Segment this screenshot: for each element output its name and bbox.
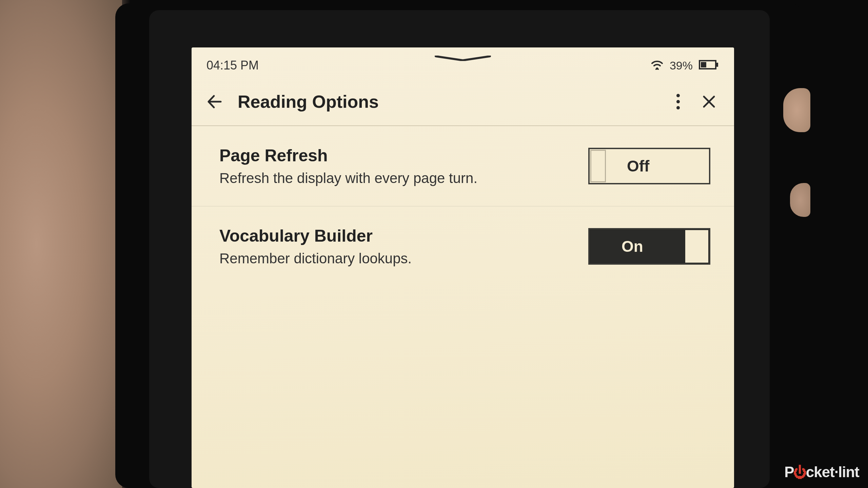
hand-left	[0, 0, 122, 488]
toggle-label: On	[622, 237, 643, 256]
status-bar: 04:15 PM 39%	[192, 47, 734, 79]
page-title: Reading Options	[238, 92, 660, 112]
toggle-label: Off	[627, 157, 649, 175]
svg-point-6	[676, 106, 680, 109]
finger-right-2	[790, 183, 810, 217]
close-button[interactable]	[702, 95, 716, 108]
svg-rect-3	[701, 62, 706, 67]
setting-vocabulary-builder: Vocabulary Builder Remember dictionary l…	[192, 206, 734, 286]
watermark-accent-icon: ⏻	[793, 465, 807, 480]
setting-title: Vocabulary Builder	[219, 226, 575, 246]
status-right: 39%	[651, 59, 719, 72]
overflow-menu-button[interactable]	[676, 94, 680, 110]
setting-text: Page Refresh Refresh the display with ev…	[219, 146, 575, 186]
setting-description: Refresh the display with every page turn…	[219, 170, 575, 186]
header-actions	[676, 94, 716, 110]
wifi-icon	[651, 60, 664, 71]
settings-list: Page Refresh Refresh the display with ev…	[192, 126, 734, 286]
page-header: Reading Options	[192, 79, 734, 126]
battery-icon	[699, 59, 719, 72]
toggle-knob	[685, 230, 708, 263]
page-refresh-toggle[interactable]: Off	[588, 148, 710, 184]
swipe-down-handle[interactable]	[434, 56, 492, 61]
watermark: P⏻cket·lint	[784, 464, 859, 481]
setting-title: Page Refresh	[219, 146, 575, 165]
device-screen: 04:15 PM 39%	[192, 47, 734, 488]
status-time: 04:15 PM	[206, 58, 259, 73]
back-button[interactable]	[206, 94, 222, 109]
svg-rect-2	[716, 63, 718, 67]
watermark-suffix: cket·lint	[806, 464, 859, 481]
vocabulary-builder-toggle[interactable]: On	[588, 228, 710, 265]
battery-percent: 39%	[670, 59, 693, 72]
setting-text: Vocabulary Builder Remember dictionary l…	[219, 226, 575, 267]
svg-point-4	[676, 94, 680, 97]
setting-description: Remember dictionary lookups.	[219, 250, 575, 267]
finger-right	[783, 88, 810, 132]
setting-page-refresh: Page Refresh Refresh the display with ev…	[192, 126, 734, 206]
svg-point-0	[656, 67, 658, 69]
toggle-knob	[590, 150, 606, 182]
watermark-prefix: P	[784, 464, 794, 481]
svg-point-5	[676, 100, 680, 103]
